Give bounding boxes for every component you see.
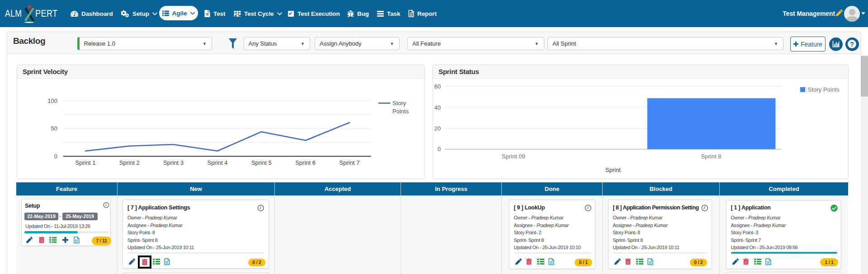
- svg-text:60: 60: [434, 83, 441, 90]
- svg-text:20: 20: [434, 125, 441, 132]
- svg-text:0: 0: [54, 153, 57, 159]
- svg-text:50: 50: [51, 125, 57, 132]
- svg-text:Sprint 7: Sprint 7: [340, 159, 360, 166]
- svg-text:Story: Story: [392, 100, 406, 107]
- svg-text:Sprint 8: Sprint 8: [701, 153, 722, 160]
- svg-text:Sprint 1: Sprint 1: [75, 159, 96, 166]
- svg-text:100: 100: [47, 98, 57, 104]
- svg-text:Sprint 3: Sprint 3: [163, 159, 184, 166]
- svg-text:Story Points: Story Points: [808, 86, 840, 93]
- svg-text:Points: Points: [392, 108, 409, 115]
- svg-text:Sprint 6: Sprint 6: [295, 159, 316, 166]
- svg-text:Sprint 4: Sprint 4: [208, 159, 228, 166]
- svg-text:Sprint 09: Sprint 09: [502, 153, 525, 160]
- svg-text:0: 0: [438, 146, 441, 153]
- svg-text:Sprint 2: Sprint 2: [119, 159, 140, 166]
- svg-text:Sprint 5: Sprint 5: [251, 159, 272, 166]
- svg-text:Sprint: Sprint: [605, 167, 621, 173]
- svg-text:40: 40: [434, 104, 441, 111]
